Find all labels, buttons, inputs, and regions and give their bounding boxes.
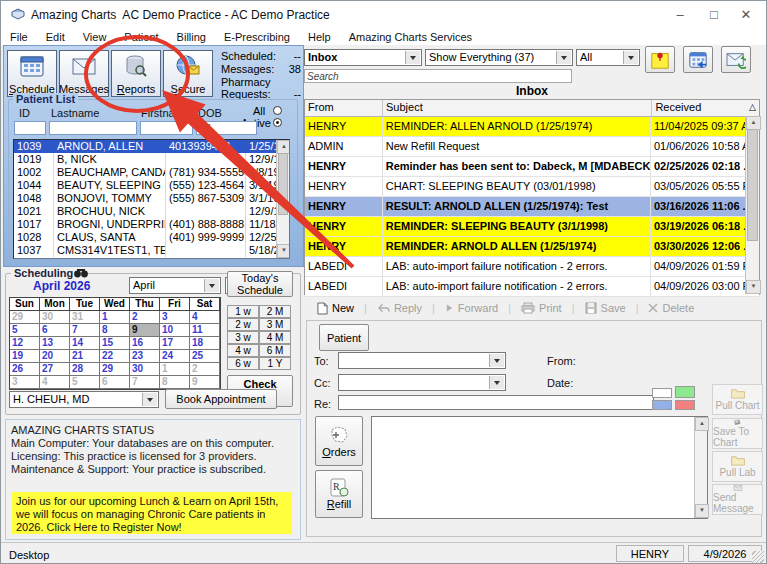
range-button-1y[interactable]: 1 Y xyxy=(259,357,291,370)
inbox-row[interactable]: LABEDILAB: auto-import failure notificat… xyxy=(305,277,759,297)
calendar-day[interactable]: 22 xyxy=(100,350,130,363)
range-button-2w[interactable]: 2 w xyxy=(227,318,259,331)
calendar-day[interactable]: 26 xyxy=(10,363,40,376)
close-button[interactable]: ✕ xyxy=(731,5,761,25)
sticky-note-button[interactable] xyxy=(645,46,675,73)
calendar-day[interactable]: 16 xyxy=(130,337,160,350)
inbox-scrollbar[interactable]: ▲ ▼ xyxy=(745,116,759,294)
menu-amazing-charts-services[interactable]: Amazing Charts Services xyxy=(340,31,482,43)
range-button-6w[interactable]: 6 w xyxy=(227,357,259,370)
maximize-button[interactable]: □ xyxy=(699,5,729,25)
scroll-up-icon[interactable]: ▲ xyxy=(746,116,761,130)
book-appointment-button[interactable]: Book Appointment xyxy=(165,389,277,409)
inbox-row[interactable]: HENRYReminder has been sent to: Dabeck, … xyxy=(305,157,759,177)
inbox-row[interactable]: ADMINNew Refill Request01/06/2026 10:58 … xyxy=(305,137,759,157)
menu-e-prescribing[interactable]: E-Prescribing xyxy=(215,31,299,43)
calendar-day[interactable]: 29 xyxy=(10,311,40,324)
chevron-down-icon[interactable] xyxy=(489,376,504,389)
inbox-row[interactable]: HENRYREMINDER: ALLEN ARNOLD (1/25/1974)1… xyxy=(305,117,759,137)
calendar-day[interactable]: 14 xyxy=(70,337,100,350)
print-button[interactable]: Print xyxy=(521,302,562,314)
menu-view[interactable]: View xyxy=(74,31,116,43)
chevron-down-icon[interactable] xyxy=(556,51,571,64)
filter-active-radio[interactable] xyxy=(273,118,282,127)
menu-billing[interactable]: Billing xyxy=(168,31,215,43)
patient-id-filter-input[interactable] xyxy=(14,121,46,135)
schedule-button[interactable]: Schedule xyxy=(7,50,57,97)
patient-row[interactable]: 1039ARNOLD, ALLEN40139394221/25/1974 xyxy=(14,140,289,153)
chevron-down-icon[interactable] xyxy=(405,51,420,64)
patient-row[interactable]: 1002BEAUCHAMP, CANDACE(781) 934-55556/8/… xyxy=(14,166,289,179)
patient-firstname-filter-input[interactable] xyxy=(140,121,193,135)
patient-dob-filter-input[interactable] xyxy=(196,121,257,135)
calendar-day[interactable]: 24 xyxy=(160,350,190,363)
save-button[interactable]: Save xyxy=(585,302,626,314)
inbox-row[interactable]: LABEDILAB: auto-import failure notificat… xyxy=(305,257,759,277)
patient-row[interactable]: 1044BEAUTY, SLEEPING(555) 123-45643/1/19… xyxy=(14,179,289,192)
calendar-day[interactable]: 7 xyxy=(130,376,160,389)
todays-schedule-button[interactable]: Today's Schedule xyxy=(227,271,293,297)
chart-color-red[interactable] xyxy=(675,400,695,410)
calendar-day[interactable]: 23 xyxy=(130,350,160,363)
new-message-button[interactable]: New xyxy=(317,302,354,315)
refill-button[interactable]: R x Refill xyxy=(315,470,363,518)
calendar-day[interactable]: 3 xyxy=(10,376,40,389)
patient-list-scrollbar[interactable]: ▲ ▼ xyxy=(276,140,289,258)
cc-dropdown[interactable] xyxy=(338,374,506,391)
scroll-up-icon[interactable]: ▲ xyxy=(277,140,290,154)
calendar-day[interactable]: 1 xyxy=(160,363,190,376)
calendar-day[interactable]: 27 xyxy=(40,363,70,376)
calendar-day[interactable]: 6 xyxy=(100,376,130,389)
calendar-day[interactable]: 4 xyxy=(40,376,70,389)
month-dropdown[interactable]: April xyxy=(129,277,221,294)
provider-filter-dropdown[interactable]: All xyxy=(576,49,640,66)
chevron-down-icon[interactable] xyxy=(142,393,157,406)
to-dropdown[interactable] xyxy=(338,352,506,369)
range-button-1w[interactable]: 1 w xyxy=(227,305,259,318)
calendar-day[interactable]: 2 xyxy=(130,311,160,324)
chart-color-blue[interactable] xyxy=(652,400,672,410)
forward-button[interactable]: Forward xyxy=(445,302,498,314)
calendar-day[interactable]: 11 xyxy=(190,324,220,337)
refresh-messages-button[interactable] xyxy=(721,46,751,73)
calendar-day[interactable]: 9 xyxy=(190,376,220,389)
save-to-chart-button[interactable]: Save To Chart xyxy=(712,418,763,449)
scroll-down-icon[interactable]: ▼ xyxy=(695,504,709,518)
calendar-day[interactable]: 13 xyxy=(40,337,70,350)
calendar-day[interactable]: 1 xyxy=(100,311,130,324)
patient-row[interactable]: 1019B, NICK12/9/1988 xyxy=(14,153,289,166)
search-input[interactable] xyxy=(304,69,572,83)
orders-button[interactable]: Orders xyxy=(315,416,363,466)
menu-file[interactable]: File xyxy=(1,31,37,43)
messages-button[interactable]: Messages xyxy=(59,50,109,97)
calendar-day[interactable]: 5 xyxy=(10,324,40,337)
calendar-day[interactable]: 18 xyxy=(190,337,220,350)
range-button-4m[interactable]: 4 M xyxy=(259,331,291,344)
resize-grip[interactable] xyxy=(752,551,764,563)
chevron-down-icon[interactable] xyxy=(204,279,219,292)
patient-row[interactable]: 1021BROCHUU, NICK12/9/1988 xyxy=(14,205,289,218)
col-subject[interactable]: Subject xyxy=(383,100,652,116)
patient-row[interactable]: 1028CLAUS, SANTA(401) 999-999912/25/1955 xyxy=(14,231,289,244)
range-button-3m[interactable]: 3 M xyxy=(259,318,291,331)
chart-color-white[interactable] xyxy=(652,388,672,398)
scroll-down-icon[interactable]: ▼ xyxy=(746,280,761,294)
inbox-row[interactable]: HENRYCHART: SLEEPING BEAUTY (03/01/1998)… xyxy=(305,177,759,197)
schedule-review-button[interactable] xyxy=(683,46,713,73)
range-button-2m[interactable]: 2 M xyxy=(259,305,291,318)
inbox-row[interactable]: HENRYREMINDER: ARNOLD ALLEN (1/25/1974)0… xyxy=(305,237,759,257)
menu-edit[interactable]: Edit xyxy=(37,31,74,43)
calendar-day[interactable]: 5 xyxy=(70,376,100,389)
re-input[interactable] xyxy=(338,395,654,410)
chevron-down-icon[interactable] xyxy=(623,51,638,64)
calendar-day[interactable]: 10 xyxy=(160,324,190,337)
provider-dropdown[interactable]: H. CHEUH, MD xyxy=(9,391,159,408)
patient-button[interactable]: Patient xyxy=(319,324,369,351)
calendar-day[interactable]: 8 xyxy=(100,324,130,337)
calendar-day[interactable]: 19 xyxy=(10,350,40,363)
patient-lastname-filter-input[interactable] xyxy=(49,121,137,135)
send-message-button[interactable]: Send Message xyxy=(712,484,763,515)
calendar-day[interactable]: 29 xyxy=(100,363,130,376)
patient-row[interactable]: 1048BONJOVI, TOMMY(555) 867-53093/1/1965 xyxy=(14,192,289,205)
calendar-day[interactable]: 17 xyxy=(160,337,190,350)
